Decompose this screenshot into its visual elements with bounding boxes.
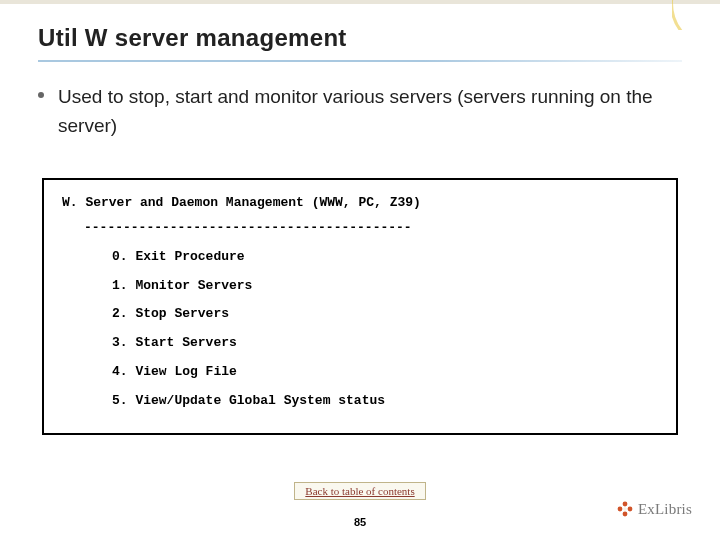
menu-item: 3. Start Servers [112,334,666,353]
logo-flower-icon [616,500,634,518]
menu-item: 5. View/Update Global System status [112,392,666,411]
back-to-toc-link[interactable]: Back to table of contents [294,482,425,500]
menu-item: 1. Monitor Servers [112,277,666,296]
title-block: Util W server management [38,24,682,62]
bullet-dot-icon [38,92,44,98]
bullet-text: Used to stop, start and monitor various … [58,82,682,141]
menu-item: 2. Stop Servers [112,305,666,324]
title-underline [38,60,682,62]
menu-item: 0. Exit Procedure [112,248,666,267]
bullet-item: Used to stop, start and monitor various … [38,82,682,141]
menu-box: W. Server and Daemon Management (WWW, PC… [42,178,678,435]
slide: Util W server management Used to stop, s… [0,0,720,540]
svg-point-2 [618,507,623,512]
svg-point-1 [623,512,628,517]
exlibris-logo: ExLibris [616,500,692,518]
svg-point-0 [623,502,628,507]
slide-title: Util W server management [38,24,682,52]
menu-header: W. Server and Daemon Management (WWW, PC… [54,194,666,213]
top-accent-bar [0,0,720,4]
svg-point-4 [623,507,626,510]
logo-text: ExLibris [638,501,692,518]
menu-separator: ----------------------------------------… [54,219,666,238]
page-number: 85 [0,516,720,528]
menu-items: 0. Exit Procedure 1. Monitor Servers 2. … [54,248,666,411]
menu-item: 4. View Log File [112,363,666,382]
toc-link-container: Back to table of contents [0,481,720,500]
svg-point-3 [628,507,633,512]
